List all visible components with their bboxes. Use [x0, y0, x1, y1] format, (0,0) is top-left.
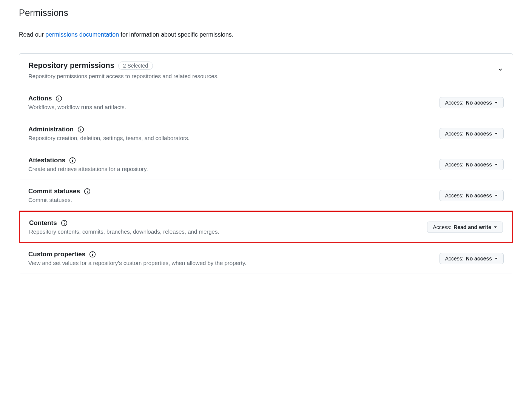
access-prefix: Access:	[445, 100, 464, 106]
intro-prefix: Read our	[19, 31, 45, 38]
perm-row-custom-properties: Custom properties View and set values fo…	[19, 243, 513, 274]
svg-point-5	[80, 128, 81, 128]
access-value: No access	[466, 100, 492, 106]
info-icon[interactable]	[89, 251, 96, 258]
perm-row-administration: Administration Repository creation, dele…	[19, 118, 513, 149]
perm-title: Custom properties	[28, 251, 85, 258]
selected-count-badge: 2 Selected	[118, 62, 153, 70]
svg-point-14	[64, 221, 65, 222]
perm-title: Commit statuses	[28, 188, 80, 195]
access-value: No access	[466, 256, 492, 262]
access-select-administration[interactable]: Access: No access	[439, 128, 504, 139]
perm-left: Attestations Create and retrieve attesta…	[28, 157, 148, 172]
caret-down-icon	[493, 224, 497, 230]
perm-title-row: Commit statuses	[28, 188, 91, 195]
access-prefix: Access:	[445, 131, 464, 137]
perm-left: Actions Workflows, workflow runs and art…	[28, 95, 126, 110]
access-value: No access	[466, 162, 492, 168]
perm-desc: Repository creation, deletion, settings,…	[28, 135, 190, 141]
perm-desc: Workflows, workflow runs and artifacts.	[28, 104, 126, 110]
panel-header-row: Repository permissions 2 Selected	[28, 61, 219, 70]
intro-text: Read our permissions documentation for i…	[19, 31, 513, 38]
perm-title: Actions	[28, 95, 52, 102]
svg-point-2	[59, 97, 59, 97]
caret-down-icon	[494, 256, 498, 262]
perm-title-row: Attestations	[28, 157, 148, 164]
perm-left: Contents Repository contents, commits, b…	[29, 219, 219, 235]
title-divider	[19, 22, 513, 22]
perm-title: Administration	[28, 126, 74, 133]
perm-left: Commit statuses Commit statuses.	[28, 188, 91, 203]
caret-down-icon	[494, 192, 498, 199]
panel-header-title: Repository permissions	[28, 61, 114, 70]
perm-row-actions: Actions Workflows, workflow runs and art…	[19, 87, 513, 118]
access-select-actions[interactable]: Access: No access	[439, 97, 504, 108]
perm-left: Administration Repository creation, dele…	[28, 126, 190, 141]
access-prefix: Access:	[445, 162, 464, 168]
info-icon[interactable]	[77, 126, 84, 133]
access-select-attestations[interactable]: Access: No access	[439, 159, 504, 170]
perm-row-attestations: Attestations Create and retrieve attesta…	[19, 149, 513, 180]
access-value: No access	[466, 131, 492, 137]
perm-row-commit-statuses: Commit statuses Commit statuses. Access:…	[19, 180, 513, 211]
access-value: Read and write	[453, 224, 491, 230]
repository-permissions-panel: Repository permissions 2 Selected Reposi…	[19, 53, 513, 274]
caret-down-icon	[494, 131, 498, 137]
info-icon[interactable]	[69, 157, 76, 164]
page-title: Permissions	[19, 8, 513, 22]
perm-title-row: Contents	[29, 219, 219, 227]
info-icon[interactable]	[56, 95, 62, 102]
info-icon[interactable]	[84, 188, 91, 195]
access-prefix: Access:	[433, 224, 451, 230]
perm-desc: Create and retrieve attestations for a r…	[28, 166, 148, 172]
permissions-doc-link[interactable]: permissions documentation	[45, 31, 119, 38]
access-select-contents[interactable]: Access: Read and write	[427, 222, 503, 233]
perm-title: Attestations	[28, 157, 65, 164]
info-icon[interactable]	[61, 220, 68, 226]
chevron-down-icon	[497, 66, 504, 74]
caret-down-icon	[494, 100, 498, 106]
perm-desc: View and set values for a repository's c…	[28, 260, 247, 266]
access-value: No access	[466, 192, 492, 199]
perm-left: Custom properties View and set values fo…	[28, 251, 247, 266]
perm-row-contents: Contents Repository contents, commits, b…	[19, 211, 513, 243]
panel-header-desc: Repository permissions permit access to …	[28, 73, 219, 79]
access-select-commit-statuses[interactable]: Access: No access	[439, 190, 504, 201]
svg-point-11	[87, 189, 88, 190]
perm-title: Contents	[29, 219, 57, 227]
svg-point-17	[92, 253, 93, 253]
access-select-custom-properties[interactable]: Access: No access	[439, 253, 504, 264]
svg-point-8	[72, 159, 73, 159]
access-prefix: Access:	[445, 192, 464, 199]
perm-desc: Repository contents, commits, branches, …	[29, 228, 219, 235]
intro-suffix: for information about specific permissio…	[119, 31, 233, 38]
perm-title-row: Actions	[28, 95, 126, 102]
perm-title-row: Administration	[28, 126, 190, 133]
perm-desc: Commit statuses.	[28, 197, 91, 203]
caret-down-icon	[494, 162, 498, 168]
repository-permissions-header[interactable]: Repository permissions 2 Selected Reposi…	[19, 54, 513, 87]
access-prefix: Access:	[445, 256, 464, 262]
perm-title-row: Custom properties	[28, 251, 247, 258]
panel-header-left: Repository permissions 2 Selected Reposi…	[28, 61, 219, 79]
